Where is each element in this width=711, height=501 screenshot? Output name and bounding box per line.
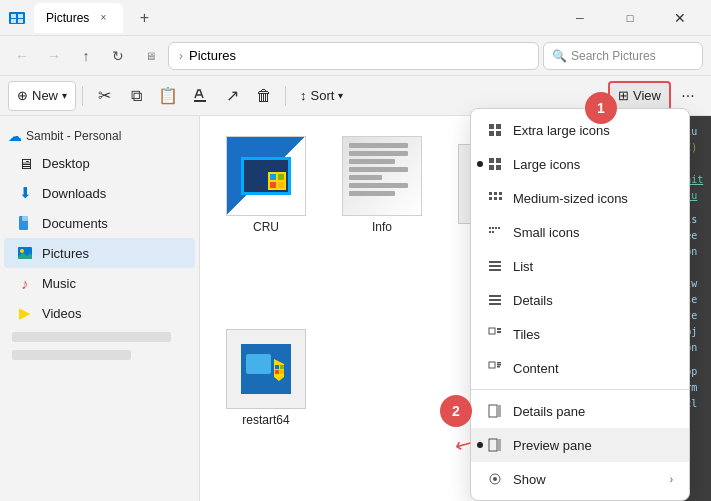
sidebar-item-desktop[interactable]: 🖥 Desktop 📌: [4, 148, 195, 178]
svg-rect-3: [11, 19, 16, 23]
info-line-7: [349, 191, 395, 196]
info-line-5: [349, 175, 382, 180]
svg-rect-62: [489, 439, 497, 451]
back-btn[interactable]: ←: [8, 42, 36, 70]
new-button[interactable]: ⊕ New ▾: [8, 81, 76, 111]
paste-btn[interactable]: 📋: [153, 81, 183, 111]
sidebar-item-pictures[interactable]: Pictures 📌: [4, 238, 195, 268]
cru-thumb-bg: [227, 137, 305, 215]
svg-rect-34: [496, 165, 501, 170]
sidebar-item-videos[interactable]: ▶ Videos 📌: [4, 298, 195, 328]
dropdown-details[interactable]: Details: [471, 283, 689, 317]
file-item-restart64[interactable]: restart64: [216, 325, 316, 486]
new-chevron-icon: ▾: [62, 90, 67, 101]
close-btn[interactable]: ✕: [657, 3, 703, 33]
dropdown-show[interactable]: Show ›: [471, 462, 689, 496]
info-thumb-bg: [343, 137, 421, 215]
svg-rect-33: [489, 165, 494, 170]
sidebar-videos-label: Videos: [42, 306, 82, 321]
dropdown-large-icons[interactable]: Large icons: [471, 147, 689, 181]
forward-btn[interactable]: →: [40, 42, 68, 70]
up-btn[interactable]: ↑: [72, 42, 100, 70]
step-badge-2: 2: [440, 395, 472, 427]
tab-pictures[interactable]: Pictures ×: [34, 3, 123, 33]
large-icons-label: Large icons: [513, 157, 580, 172]
new-tab-btn[interactable]: +: [131, 5, 157, 31]
tiles-icon: [487, 326, 503, 342]
documents-icon: [16, 214, 34, 232]
rename-btn[interactable]: [185, 81, 215, 111]
sidebar-downloads-label: Downloads: [42, 186, 106, 201]
maximize-btn[interactable]: □: [607, 3, 653, 33]
sort-button[interactable]: ↕ Sort ▾: [292, 81, 351, 111]
refresh-btn[interactable]: ↻: [104, 42, 132, 70]
svg-rect-56: [489, 362, 495, 368]
view-button[interactable]: ⊞ View: [608, 81, 671, 111]
svg-rect-47: [489, 261, 501, 263]
info-lines: [349, 143, 415, 196]
svg-rect-28: [496, 124, 501, 129]
details-pane-label: Details pane: [513, 404, 585, 419]
file-thumb-restart64: [226, 329, 306, 409]
sidebar: ☁ Sambit - Personal 🖥 Desktop 📌 ⬇ Downlo…: [0, 116, 200, 501]
sort-chevron-icon: ▾: [338, 90, 343, 101]
svg-rect-60: [489, 405, 497, 417]
large-icons-check: [477, 161, 483, 167]
svg-rect-55: [497, 331, 501, 333]
dropdown-extra-large-icons[interactable]: Extra large icons: [471, 113, 689, 147]
file-label-info: Info: [372, 220, 392, 234]
minimize-btn[interactable]: ─: [557, 3, 603, 33]
videos-icon: ▶: [16, 304, 34, 322]
file-item-info[interactable]: Info: [332, 132, 432, 301]
search-box[interactable]: 🔍 Search Pictures: [543, 42, 703, 70]
dropdown-preview-pane[interactable]: Preview pane: [471, 428, 689, 462]
win-sq-4: [278, 182, 284, 188]
sidebar-documents-label: Documents: [42, 216, 108, 231]
dropdown-separator: [471, 389, 689, 390]
sidebar-item-downloads[interactable]: ⬇ Downloads 📌: [4, 178, 195, 208]
svg-rect-48: [489, 265, 501, 267]
content-icon: [487, 360, 503, 376]
tiles-label: Tiles: [513, 327, 540, 342]
view-label: View: [633, 88, 661, 103]
address-bar: ← → ↑ ↻ 🖥 › Pictures 🔍 Search Pictures: [0, 36, 711, 76]
cut-btn[interactable]: ✂: [89, 81, 119, 111]
step-badge-1: 1: [585, 92, 617, 124]
preview-pane-icon: [487, 437, 503, 453]
cru-badge: [268, 172, 286, 190]
svg-rect-42: [492, 227, 494, 229]
dropdown-tiles[interactable]: Tiles: [471, 317, 689, 351]
show-chevron: ›: [670, 474, 673, 485]
new-plus-icon: ⊕: [17, 88, 28, 103]
dropdown-content[interactable]: Content: [471, 351, 689, 385]
sidebar-desktop-label: Desktop: [42, 156, 90, 171]
sidebar-item-documents[interactable]: Documents 📌: [4, 208, 195, 238]
share-btn[interactable]: ↗: [217, 81, 247, 111]
tab-label: Pictures: [46, 11, 89, 25]
tab-close-btn[interactable]: ×: [95, 10, 111, 26]
file-thumb-info: [342, 136, 422, 216]
win-sq-3: [270, 182, 276, 188]
sidebar-item-music[interactable]: ♪ Music 📌: [4, 268, 195, 298]
svg-rect-52: [489, 303, 501, 305]
file-thumb-cru: [226, 136, 306, 216]
more-options-btn[interactable]: ···: [673, 81, 703, 111]
toolbar-separator-1: [82, 86, 83, 106]
view-dropdown: Extra large icons Large icons Medium-siz…: [470, 108, 690, 501]
file-item-cru[interactable]: CRU: [216, 132, 316, 301]
dropdown-list[interactable]: List: [471, 249, 689, 283]
dropdown-medium-icons[interactable]: Medium-sized icons: [471, 181, 689, 215]
delete-btn[interactable]: 🗑: [249, 81, 279, 111]
search-icon: 🔍: [552, 49, 567, 63]
dropdown-small-icons[interactable]: Small icons: [471, 215, 689, 249]
address-path[interactable]: › Pictures: [168, 42, 539, 70]
svg-rect-53: [489, 328, 495, 334]
dropdown-details-pane[interactable]: Details pane: [471, 394, 689, 428]
cru-monitor-icon: [241, 157, 291, 195]
file-label-cru: CRU: [253, 220, 279, 234]
svg-rect-50: [489, 295, 501, 297]
copy-btn[interactable]: ⧉: [121, 81, 151, 111]
svg-rect-59: [497, 366, 500, 368]
win-sq-2: [278, 174, 284, 180]
svg-rect-24: [280, 365, 284, 369]
